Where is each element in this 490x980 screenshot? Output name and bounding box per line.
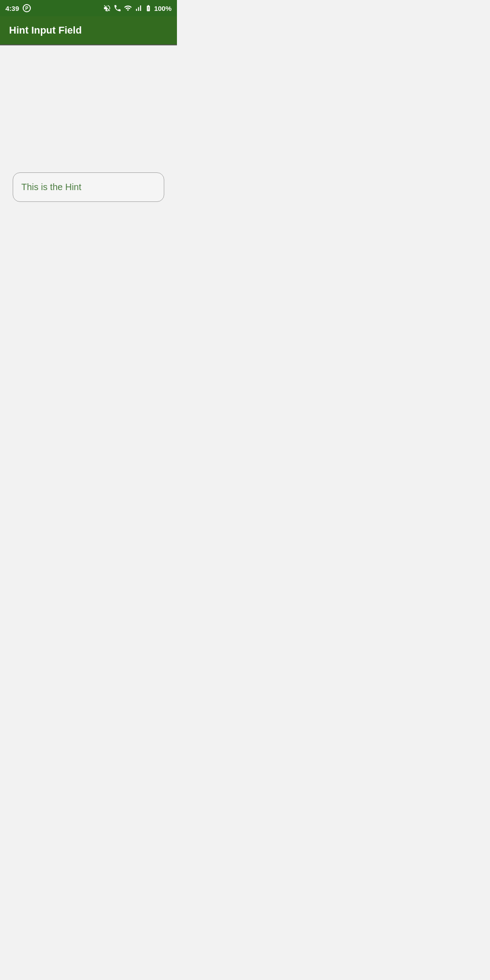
p-label: P — [25, 6, 29, 11]
status-bar: 4:39 P — [0, 0, 177, 16]
main-content — [0, 45, 177, 354]
status-time: 4:39 — [5, 5, 19, 12]
battery-percent: 100% — [154, 5, 172, 12]
battery-icon — [145, 5, 152, 12]
app-bar-title: Hint Input Field — [9, 24, 82, 36]
wifi-icon — [124, 4, 132, 12]
pocket-casts-icon: P — [23, 4, 31, 12]
phone-4g-icon — [113, 4, 122, 12]
app-bar: Hint Input Field — [0, 16, 177, 44]
hint-input-container[interactable] — [13, 172, 164, 202]
status-bar-left: 4:39 P — [5, 4, 31, 12]
mute-icon — [103, 4, 111, 12]
signal-icon — [134, 4, 142, 12]
hint-input-field[interactable] — [21, 182, 156, 192]
status-bar-right: 100% — [103, 4, 172, 12]
